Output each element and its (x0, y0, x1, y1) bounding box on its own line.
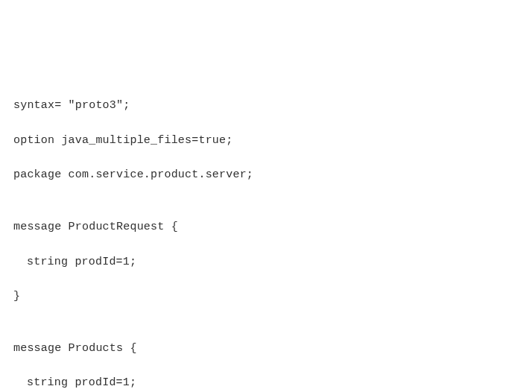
code-line: package com.service.product.server; (13, 166, 519, 183)
proto-code-block: syntax= "proto3"; option java_multiple_f… (13, 80, 519, 392)
code-line: message Products { (13, 340, 519, 357)
code-line: string prodId=1; (13, 253, 519, 271)
code-line: string prodId=1; (13, 374, 519, 391)
code-line: syntax= "proto3"; (13, 97, 519, 114)
code-line: message ProductRequest { (13, 218, 519, 235)
code-line: } (13, 288, 519, 305)
code-line: option java_multiple_files=true; (13, 132, 519, 149)
